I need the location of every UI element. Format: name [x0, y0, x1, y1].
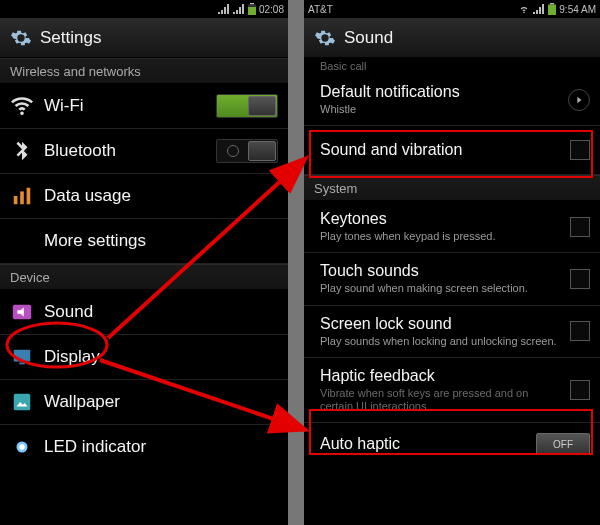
row-default-notifications[interactable]: Default notifications Whistle — [304, 74, 600, 126]
section-device: Device — [0, 264, 288, 290]
battery-icon — [248, 3, 256, 15]
display-icon — [10, 345, 34, 369]
screen-header: Settings — [0, 18, 288, 58]
section-system: System — [304, 175, 600, 201]
row-label: Display — [44, 347, 278, 367]
status-time: 9:54 AM — [559, 4, 596, 15]
checkbox[interactable] — [570, 380, 590, 400]
checkbox[interactable] — [570, 269, 590, 289]
row-keytones[interactable]: Keytones Play tones when keypad is press… — [304, 201, 600, 253]
svg-rect-3 — [14, 196, 18, 204]
screen-header: Sound — [304, 18, 600, 58]
wifi-icon — [518, 4, 530, 14]
highlight-haptic — [309, 409, 593, 455]
bluetooth-icon — [10, 139, 34, 163]
wallpaper-icon — [10, 390, 34, 414]
checkbox[interactable] — [570, 217, 590, 237]
sound-icon — [10, 300, 34, 324]
page-title: Settings — [40, 28, 101, 48]
row-label: More settings — [44, 231, 278, 251]
phone-settings: 02:08 Settings Wireless and networks Wi-… — [0, 0, 288, 525]
svg-rect-0 — [250, 3, 254, 5]
row-sub: Play tones when keypad is pressed. — [320, 230, 560, 243]
row-sub: Whistle — [320, 103, 558, 116]
row-data-usage[interactable]: Data usage — [0, 174, 288, 219]
gear-icon — [10, 27, 32, 49]
svg-rect-7 — [14, 350, 31, 362]
row-label: Sound — [44, 302, 278, 322]
svg-rect-2 — [248, 7, 256, 15]
data-usage-icon — [10, 184, 34, 208]
row-label: Keytones — [320, 210, 560, 228]
bluetooth-toggle[interactable] — [216, 139, 278, 163]
svg-rect-5 — [27, 188, 31, 205]
row-wifi[interactable]: Wi-Fi — [0, 84, 288, 129]
svg-rect-13 — [548, 5, 556, 16]
svg-rect-8 — [19, 363, 25, 365]
wifi-icon — [10, 94, 34, 118]
row-more-settings[interactable]: More settings — [0, 219, 288, 264]
checkbox[interactable] — [570, 321, 590, 341]
status-time: 02:08 — [259, 4, 284, 15]
row-sub: Play sounds when locking and unlocking s… — [320, 335, 560, 348]
row-label: LED indicator — [44, 437, 278, 457]
svg-rect-12 — [550, 3, 554, 5]
gear-icon — [314, 27, 336, 49]
highlight-sound-vibration — [309, 130, 593, 178]
row-label: Screen lock sound — [320, 315, 560, 333]
battery-icon — [548, 3, 556, 15]
signal-icon — [533, 4, 545, 14]
led-icon — [10, 435, 34, 459]
svg-rect-9 — [14, 394, 31, 411]
row-touch-sounds[interactable]: Touch sounds Play sound when making scre… — [304, 253, 600, 305]
svg-point-11 — [19, 444, 25, 450]
row-label: Wi-Fi — [44, 96, 206, 116]
row-led[interactable]: LED indicator — [0, 425, 288, 469]
row-sub: Play sound when making screen selection. — [320, 282, 560, 295]
row-label: Bluetooth — [44, 141, 206, 161]
row-display[interactable]: Display — [0, 335, 288, 380]
svg-rect-4 — [20, 191, 24, 204]
row-sound[interactable]: Sound — [0, 290, 288, 335]
row-label: Touch sounds — [320, 262, 560, 280]
page-title: Sound — [344, 28, 393, 48]
wifi-toggle[interactable] — [216, 94, 278, 118]
row-bluetooth[interactable]: Bluetooth — [0, 129, 288, 174]
chevron-right-icon — [568, 89, 590, 111]
truncated-section: Basic call — [304, 58, 600, 74]
signal-icon — [218, 4, 230, 14]
section-wireless: Wireless and networks — [0, 58, 288, 84]
row-label: Haptic feedback — [320, 367, 560, 385]
row-screen-lock[interactable]: Screen lock sound Play sounds when locki… — [304, 306, 600, 358]
row-label: Default notifications — [320, 83, 558, 101]
blank-icon — [10, 229, 34, 253]
carrier-label: AT&T — [308, 4, 333, 15]
row-wallpaper[interactable]: Wallpaper — [0, 380, 288, 425]
status-bar: 02:08 — [0, 0, 288, 18]
row-label: Wallpaper — [44, 392, 278, 412]
signal-icon — [233, 4, 245, 14]
row-label: Data usage — [44, 186, 278, 206]
status-bar: AT&T 9:54 AM — [304, 0, 600, 18]
